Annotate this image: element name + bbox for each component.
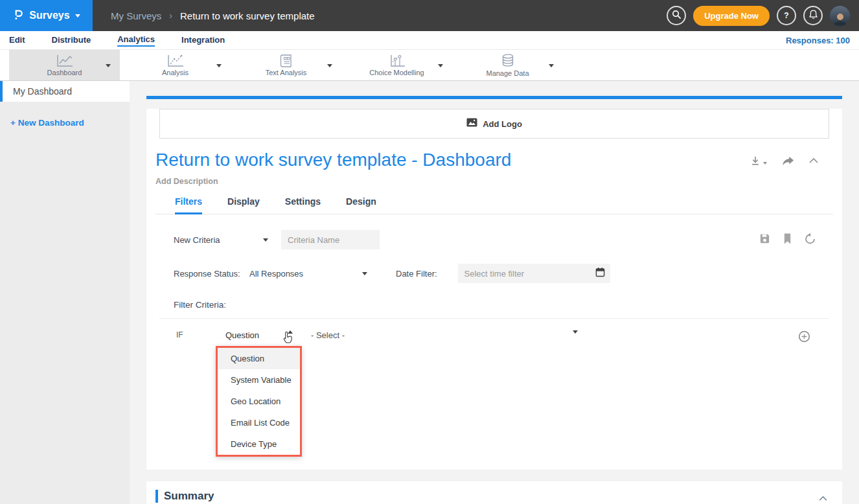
reset-icon [804, 233, 816, 245]
download-button[interactable] [750, 155, 767, 166]
toolbar-item-analysis[interactable]: Analysis [120, 50, 231, 80]
chevron-down-icon[interactable] [106, 64, 111, 67]
help-icon: ? [781, 10, 792, 21]
add-condition-button[interactable] [798, 330, 810, 345]
toolbar-label: Dashboard [47, 69, 82, 76]
add-logo-dropzone[interactable]: Add Logo [159, 109, 829, 139]
nav-item-analytics[interactable]: Analytics [117, 34, 155, 47]
share-button[interactable] [781, 155, 794, 166]
filter-criteria-label: Filter Criteria: [174, 300, 833, 310]
tab-design[interactable]: Design [346, 196, 376, 214]
toolbar-item-manage-data[interactable]: Manage Data [452, 50, 563, 80]
dashboard-settings-card: Add Logo Return to work survey template … [146, 109, 842, 470]
breadcrumb-current: Return to work survey template [180, 10, 315, 21]
dashboard-content: Add Logo Return to work survey template … [130, 81, 859, 504]
dropdown-option-system-variable[interactable]: System Variable [218, 369, 300, 391]
save-criteria-button[interactable] [759, 233, 771, 247]
breadcrumb-separator: › [169, 10, 172, 21]
reset-filters-button[interactable] [804, 233, 816, 247]
dropdown-option-email-list-code[interactable]: Email List Code [218, 412, 300, 433]
nav-item-integration[interactable]: Integration [181, 35, 225, 46]
collapse-card-button[interactable] [808, 157, 819, 164]
header-actions: Upgrade Now ? [667, 6, 850, 26]
chevron-down-icon[interactable] [438, 64, 443, 67]
chevron-up-icon [808, 157, 819, 164]
logo-label: Surveys [29, 10, 69, 21]
date-filter-input[interactable] [458, 264, 595, 283]
sidebar-item-my-dashboard[interactable]: My Dashboard [0, 81, 130, 102]
page-title[interactable]: Return to work survey template - Dashboa… [155, 150, 511, 170]
help-button[interactable]: ? [777, 6, 796, 25]
toolbar-item-dashboard[interactable]: Dashboard [9, 50, 120, 80]
toolbar-label: Choice Modelling [369, 69, 424, 76]
dropdown-option-geo-location[interactable]: Geo Location [218, 391, 300, 412]
image-icon [466, 118, 477, 130]
date-filter-field[interactable] [458, 264, 610, 283]
response-status-label: Response Status: [174, 269, 249, 279]
summary-title: Summary [164, 490, 214, 503]
line-chart-icon [55, 54, 74, 68]
nav-item-edit[interactable]: Edit [9, 35, 25, 46]
analysis-chart-icon [166, 54, 185, 68]
condition-type-select[interactable]: Question [225, 330, 259, 340]
toolbar-label: Text Analysis [266, 69, 307, 76]
avatar[interactable] [830, 6, 850, 26]
search-icon [672, 10, 681, 22]
app-logo[interactable]: Surveys [0, 0, 93, 31]
tab-filters[interactable]: Filters [175, 196, 202, 214]
chevron-down-icon[interactable] [216, 64, 222, 67]
choice-modelling-icon [387, 54, 407, 68]
condition-value-select[interactable]: - Select - [311, 330, 345, 340]
top-header: Surveys My Surveys › Return to work surv… [0, 0, 859, 31]
responses-count[interactable]: Responses: 100 [786, 36, 850, 45]
accent-bar [146, 96, 842, 99]
svg-text:?: ? [784, 11, 788, 20]
breadcrumb-parent[interactable]: My Surveys [111, 10, 161, 21]
criteria-select[interactable]: New Criteria [174, 235, 268, 245]
chevron-down-icon [263, 238, 268, 242]
new-dashboard-button[interactable]: + New Dashboard [10, 118, 84, 128]
dropdown-option-question[interactable]: Question [218, 348, 300, 369]
mouse-cursor-icon [282, 330, 293, 347]
dashboard-sidebar: My Dashboard + New Dashboard [0, 81, 130, 504]
dropdown-option-device-type[interactable]: Device Type [218, 433, 300, 455]
breadcrumb: My Surveys › Return to work survey templ… [111, 10, 315, 21]
tab-display[interactable]: Display [227, 196, 260, 214]
if-label: IF [176, 330, 183, 339]
chevron-down-icon [362, 272, 367, 275]
toolbar-label: Manage Data [486, 69, 529, 77]
notifications-button[interactable] [803, 6, 823, 25]
calendar-icon [595, 267, 605, 280]
upgrade-now-button[interactable]: Upgrade Now [693, 6, 770, 26]
nav-item-distribute[interactable]: Distribute [52, 35, 91, 46]
database-icon [500, 53, 516, 69]
bell-icon [808, 9, 818, 22]
bookmark-icon [783, 233, 792, 245]
divider [159, 318, 829, 319]
toolbar-item-text-analysis[interactable]: Text Analysis [231, 50, 341, 80]
plus-circle-icon [798, 330, 810, 343]
add-description-button[interactable]: Add Description [155, 177, 833, 186]
condition-type-dropdown: Question System Variable Geo Location Em… [216, 346, 302, 457]
collapse-summary-button[interactable] [818, 492, 828, 504]
bookmark-criteria-button[interactable] [783, 233, 792, 247]
chevron-down-icon [75, 14, 80, 17]
download-icon [750, 155, 761, 166]
toolbar-item-choice-modelling[interactable]: Choice Modelling [341, 50, 452, 80]
settings-tabs: Filters Display Settings Design [155, 196, 833, 214]
tab-settings[interactable]: Settings [285, 196, 321, 214]
dashboard-actions [750, 150, 819, 166]
summary-section: Summary [146, 481, 842, 504]
criteria-name-input[interactable] [281, 230, 380, 249]
section-accent-bar [155, 490, 158, 503]
chevron-down-icon [763, 162, 767, 165]
app-window: Surveys My Surveys › Return to work surv… [0, 0, 859, 504]
questionpro-logo-icon [12, 6, 24, 25]
response-status-select[interactable]: All Responses [249, 269, 367, 279]
analytics-toolbar: Dashboard Analysis Text Analysis Choice … [0, 50, 859, 81]
chevron-down-icon[interactable] [327, 64, 332, 67]
add-logo-label: Add Logo [483, 119, 522, 129]
search-button[interactable] [667, 6, 686, 25]
chevron-down-icon[interactable] [549, 64, 554, 67]
chevron-down-icon[interactable] [573, 330, 578, 334]
